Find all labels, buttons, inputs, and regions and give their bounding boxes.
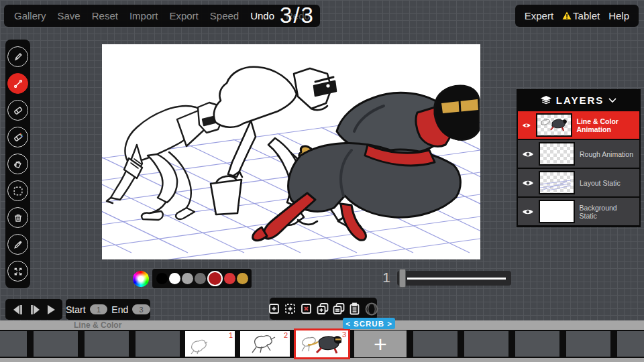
frame-thumbnail-1[interactable]: 1 xyxy=(185,331,235,357)
scrub-button[interactable]: < SCRUB > xyxy=(343,318,395,329)
eraser-tool[interactable] xyxy=(7,100,28,121)
layer-row-rough[interactable]: Rough Animation xyxy=(518,140,639,168)
fullscreen-tool[interactable] xyxy=(7,261,28,282)
step-back-button[interactable] xyxy=(11,304,25,316)
layer-thumbnail xyxy=(539,200,575,223)
fill-bucket-tool[interactable] xyxy=(7,154,28,174)
menu-export[interactable]: Export xyxy=(169,10,198,21)
secondary-menubar: Expert Tablet Help xyxy=(515,5,639,27)
menu-import[interactable]: Import xyxy=(129,10,158,21)
menu-speed[interactable]: Speed xyxy=(210,10,239,21)
visibility-eye-icon[interactable] xyxy=(522,208,534,216)
warning-icon xyxy=(562,11,572,20)
step-forward-icon xyxy=(28,304,42,316)
duplicate-frame-button[interactable] xyxy=(315,302,330,316)
menu-reset[interactable]: Reset xyxy=(92,10,118,21)
swatch-dark-gray[interactable] xyxy=(195,273,206,284)
insert-frame-icon xyxy=(283,302,298,316)
swatch-dark-red-selected[interactable] xyxy=(207,271,223,286)
play-button[interactable] xyxy=(45,304,57,316)
end-label: End xyxy=(111,304,128,315)
insert-frame-button[interactable] xyxy=(283,302,298,316)
slider-handle[interactable] xyxy=(399,269,406,288)
timeline-filmstrip: Line & Color 1 2 xyxy=(0,320,644,362)
fill-bucket-icon xyxy=(11,158,25,171)
swatch-light-gray[interactable] xyxy=(182,273,193,284)
pencil-icon xyxy=(11,50,25,64)
layer-row-line-color[interactable]: Line & Color Animation xyxy=(518,111,639,139)
menu-gallery[interactable]: Gallery xyxy=(14,10,46,21)
frame-number: 3 xyxy=(342,330,346,339)
end-frame-input[interactable]: 3 xyxy=(132,304,150,314)
visibility-eye-icon[interactable] xyxy=(522,179,534,187)
layer-row-layout[interactable]: Layout Static xyxy=(518,169,639,196)
menu-help[interactable]: Help xyxy=(608,10,629,21)
layer-thumbnail xyxy=(536,113,572,137)
select-icon xyxy=(11,184,25,198)
frame-range-controls: Start 1 End 3 xyxy=(66,299,150,320)
color-eraser-icon xyxy=(11,131,25,144)
add-frame-button[interactable] xyxy=(267,302,282,316)
swatch-red[interactable] xyxy=(224,273,235,284)
swatch-gold[interactable] xyxy=(237,273,248,284)
swatch-black[interactable] xyxy=(156,273,168,284)
empty-frame-slot xyxy=(413,331,458,357)
start-label: Start xyxy=(66,304,86,315)
copy-frame-icon xyxy=(331,302,346,316)
layer-label: Layout Static xyxy=(580,179,621,187)
layers-panel-header[interactable]: LAYERS xyxy=(517,89,641,111)
delete-frame-icon xyxy=(299,302,314,316)
layers-title: LAYERS xyxy=(556,95,604,106)
frame-thumbnail-3-selected[interactable]: 3 xyxy=(294,328,350,359)
frame-thumbnail-2[interactable]: 2 xyxy=(240,331,290,357)
timeline-row: 1 2 3 + xyxy=(0,330,644,358)
frame-2-sketch xyxy=(240,331,290,357)
add-frame-icon xyxy=(267,302,282,316)
canvas-artwork xyxy=(102,44,480,259)
sketch-figure-1 xyxy=(107,103,223,220)
delete-frame-button[interactable] xyxy=(299,302,314,316)
layer-label: Rough Animation xyxy=(580,150,633,158)
layer-label: Line & Color Animation xyxy=(577,117,635,133)
layer-thumbnail xyxy=(539,142,575,166)
step-back-icon xyxy=(11,304,25,316)
line-tool[interactable] xyxy=(7,73,28,94)
frame-page-indicator: 3/3 xyxy=(267,0,327,30)
visibility-eye-icon[interactable] xyxy=(522,150,534,158)
tool-palette xyxy=(5,40,30,288)
add-frame-tile[interactable]: + xyxy=(354,330,407,357)
layers-stack-icon xyxy=(541,95,551,105)
layer-3-mini-art xyxy=(540,172,571,190)
eyedropper-tool[interactable] xyxy=(7,234,28,255)
trash-tool[interactable] xyxy=(7,207,28,228)
layer-row-background[interactable]: Background Static xyxy=(518,198,639,225)
duplicate-frame-icon xyxy=(315,302,330,316)
empty-frame-slot xyxy=(136,331,180,357)
fullscreen-icon xyxy=(11,265,25,278)
playback-controls xyxy=(5,299,62,320)
layer-1-mini-art xyxy=(537,115,568,133)
empty-frame-slot xyxy=(617,331,644,357)
menu-tablet[interactable]: Tablet xyxy=(562,10,600,21)
select-tool[interactable] xyxy=(7,180,28,201)
empty-frame-slot xyxy=(34,331,78,357)
paste-frame-button[interactable] xyxy=(347,302,362,316)
color-wheel[interactable] xyxy=(133,271,149,287)
onion-skin-icon xyxy=(364,301,380,317)
step-forward-button[interactable] xyxy=(28,304,42,316)
empty-frame-slot xyxy=(515,331,559,357)
swatch-white[interactable] xyxy=(169,273,180,284)
drawing-canvas[interactable] xyxy=(102,44,480,259)
start-frame-input[interactable]: 1 xyxy=(90,304,108,314)
color-eraser-tool[interactable] xyxy=(7,127,28,147)
copy-frame-button[interactable] xyxy=(331,302,346,316)
brush-size-slider[interactable] xyxy=(397,271,511,286)
chevron-down-icon xyxy=(608,98,616,103)
slider-track xyxy=(407,278,506,280)
visibility-eye-icon[interactable] xyxy=(522,121,531,129)
pencil-tool[interactable] xyxy=(7,46,28,67)
onion-skin-button[interactable] xyxy=(364,301,380,317)
menu-expert[interactable]: Expert xyxy=(525,10,553,21)
menu-save[interactable]: Save xyxy=(58,10,80,21)
brush-size-value: 1 xyxy=(373,269,390,286)
